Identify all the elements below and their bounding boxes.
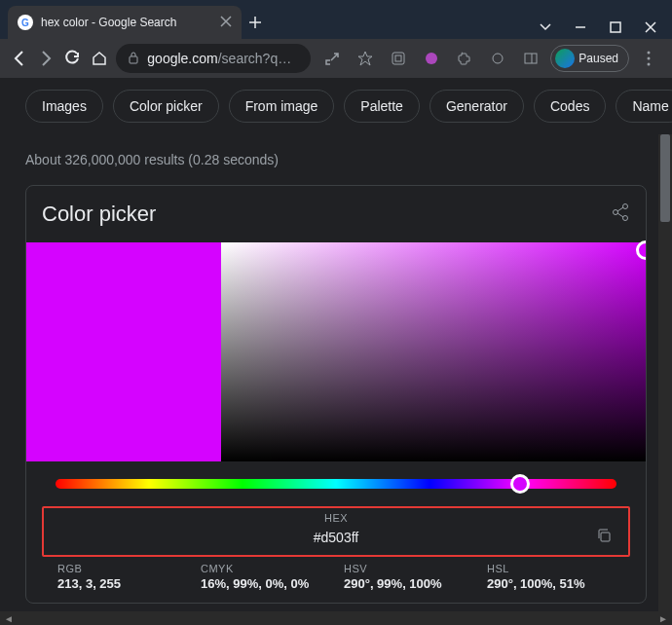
svg-point-10 — [648, 63, 651, 66]
cmyk-value: 16%, 99%, 0%, 0% — [201, 576, 328, 591]
hsv-value: 290°, 99%, 100% — [344, 576, 471, 591]
chip-images[interactable]: Images — [25, 90, 103, 123]
google-favicon: G — [18, 15, 33, 30]
svg-rect-6 — [525, 54, 537, 63]
scroll-left-arrow[interactable]: ◄ — [4, 613, 14, 624]
rgb-cell[interactable]: RGB 213, 3, 255 — [50, 561, 193, 593]
hue-thumb[interactable] — [510, 474, 530, 494]
chip-name[interactable]: Name — [616, 90, 672, 123]
hsv-label: HSV — [344, 563, 471, 574]
close-tab-icon[interactable] — [220, 16, 232, 30]
window-maximize-button[interactable] — [600, 16, 631, 39]
extension-icon-3[interactable] — [484, 45, 511, 72]
hue-slider — [42, 461, 630, 506]
lock-icon — [128, 51, 139, 67]
profile-paused-badge[interactable]: Paused — [550, 45, 629, 72]
color-swatch — [26, 242, 221, 461]
window-titlebar: G hex color - Google Search — [0, 0, 672, 39]
share-icon[interactable] — [611, 202, 630, 226]
svg-rect-3 — [395, 55, 401, 61]
saturation-value-gradient[interactable] — [221, 242, 646, 461]
scroll-thumb[interactable] — [660, 134, 670, 222]
hue-track[interactable] — [56, 479, 616, 489]
svg-rect-0 — [611, 22, 620, 32]
svg-point-9 — [648, 57, 651, 60]
svg-point-11 — [623, 204, 628, 209]
bookmark-star-icon[interactable] — [352, 45, 379, 72]
extension-icon-1[interactable] — [385, 45, 412, 72]
side-panel-icon[interactable] — [517, 45, 544, 72]
home-button[interactable] — [90, 47, 108, 70]
horizontal-scrollbar[interactable]: ◄ ► — [0, 611, 672, 625]
rgb-label: RGB — [57, 563, 185, 574]
scroll-right-arrow[interactable]: ► — [658, 613, 668, 624]
copy-icon[interactable] — [595, 527, 613, 548]
window-minimize-button[interactable] — [565, 16, 596, 39]
chip-codes[interactable]: Codes — [534, 90, 606, 123]
hsl-value: 290°, 100%, 51% — [487, 576, 615, 591]
svg-point-13 — [623, 216, 628, 221]
svg-rect-14 — [601, 533, 610, 541]
svg-point-5 — [493, 54, 503, 63]
browser-tab[interactable]: G hex color - Google Search — [8, 6, 242, 39]
extensions-puzzle-icon[interactable] — [451, 45, 478, 72]
tab-title: hex color - Google Search — [41, 16, 212, 29]
hsl-cell[interactable]: HSL 290°, 100%, 51% — [479, 561, 622, 593]
window-close-button[interactable] — [635, 16, 666, 39]
color-values: HEX #d503ff RGB 213, 3, 255 CMYK — [42, 506, 630, 603]
chip-from-image[interactable]: From image — [229, 90, 335, 123]
chip-palette[interactable]: Palette — [344, 90, 420, 123]
url-field[interactable]: google.com/search?q=he... — [116, 44, 311, 73]
results-stats: About 326,000,000 results (0.28 seconds) — [25, 134, 647, 185]
hex-value[interactable]: #d503ff — [314, 530, 358, 545]
svg-rect-1 — [130, 56, 137, 63]
filter-chips-row: Images Color picker From image Palette G… — [0, 78, 672, 134]
reload-button[interactable] — [63, 47, 82, 70]
chip-generator[interactable]: Generator — [429, 90, 524, 123]
svg-point-12 — [614, 210, 618, 215]
back-button[interactable] — [10, 47, 28, 70]
hsl-label: HSL — [487, 563, 615, 574]
color-picker-area — [26, 242, 646, 461]
rgb-value: 213, 3, 255 — [57, 576, 185, 591]
extension-icon-2[interactable] — [418, 45, 445, 72]
hsv-cell[interactable]: HSV 290°, 99%, 100% — [336, 561, 479, 593]
address-bar: google.com/search?q=he... Paused — [0, 39, 672, 78]
window-controls — [530, 12, 666, 39]
url-text: google.com/search?q=he... — [147, 51, 299, 66]
hex-label: HEX — [44, 512, 628, 524]
cmyk-label: CMYK — [201, 563, 328, 574]
color-picker-card: Color picker HEX #d503ff — [25, 185, 647, 604]
new-tab-button[interactable] — [242, 9, 269, 36]
chip-color-picker[interactable]: Color picker — [113, 90, 219, 123]
window-dropdown-icon[interactable] — [530, 16, 561, 39]
cmyk-cell[interactable]: CMYK 16%, 99%, 0%, 0% — [193, 561, 336, 593]
paused-label: Paused — [579, 52, 618, 65]
kebab-menu-icon[interactable] — [635, 45, 662, 72]
vertical-scrollbar[interactable] — [658, 134, 672, 625]
svg-rect-2 — [392, 53, 404, 64]
avatar — [555, 49, 575, 68]
forward-button[interactable] — [36, 47, 55, 70]
share-page-icon[interactable] — [318, 45, 346, 72]
svg-point-4 — [426, 53, 437, 64]
svg-point-8 — [648, 52, 651, 55]
card-title: Color picker — [42, 202, 156, 227]
hex-highlight-box: HEX #d503ff — [42, 506, 630, 557]
